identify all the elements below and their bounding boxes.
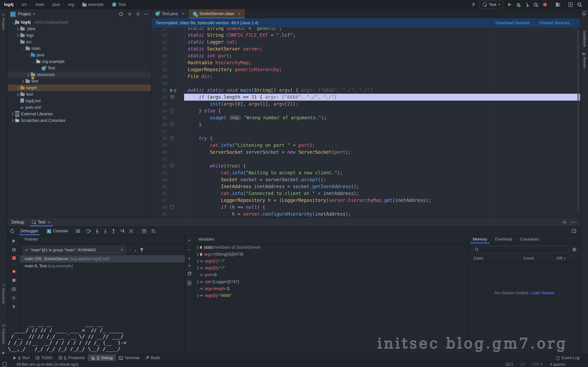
run-button[interactable] <box>507 2 512 7</box>
tab-console[interactable]: Console <box>44 227 71 235</box>
stop-icon[interactable] <box>12 256 16 260</box>
tree-item-pom-xml[interactable]: mpom.xml <box>8 104 151 111</box>
code-line-38[interactable]: 38try { <box>151 135 580 142</box>
debug-session-tab[interactable]: Test ✕ <box>30 218 53 226</box>
breadcrumb-item[interactable]: main <box>35 2 44 7</box>
editor-tab[interactable]: CSocketServer.class✕ <box>189 9 245 18</box>
tool-stripe-favorites[interactable]: 2: Favorites <box>2 324 6 344</box>
settings-gear-icon[interactable] <box>11 296 16 300</box>
tree-item-external-libraries[interactable]: ❯External Libraries <box>8 111 151 117</box>
move-up-icon[interactable]: ▲ <box>188 257 191 260</box>
line-ending[interactable]: LF <box>520 362 525 366</box>
toolwindow-button-todo[interactable]: TODO <box>33 354 55 361</box>
pause-icon[interactable] <box>12 248 16 252</box>
breadcrumb-item[interactable]: example <box>82 2 104 7</box>
tree-item-log4j-iml[interactable]: log4j.iml <box>8 98 151 104</box>
toolwindow-button-build[interactable]: Build <box>142 354 163 361</box>
tab-debugger[interactable]: Debugger <box>17 227 42 235</box>
code-line-34[interactable]: 34} else { <box>151 108 580 114</box>
variable-row[interactable]: ∞argv.length = 3 <box>194 285 468 292</box>
memory-tab-overhead[interactable]: Overhead <box>491 235 516 243</box>
code-line-44[interactable]: 44Socket socket = serverSocket.accept(); <box>151 176 580 183</box>
code-line-48[interactable]: 48if (h == null) { <box>151 204 580 211</box>
tool-stripe-maven[interactable]: Maven <box>583 57 587 68</box>
layout-windows-icon[interactable] <box>555 2 561 7</box>
run-to-cursor-icon[interactable] <box>129 229 133 233</box>
locate-file-icon[interactable] <box>119 12 123 17</box>
stack-frame[interactable]: main:9, Test (org.example) <box>20 262 185 270</box>
code-line-23[interactable]: 23static String CONFIG_FILE_EXT = ".lcf"… <box>151 32 580 39</box>
notifications-bell-icon[interactable] <box>582 11 586 15</box>
code-line-24[interactable]: 24static Logger cat; <box>151 39 580 46</box>
code-line-26[interactable]: 26static int port; <box>151 52 580 59</box>
restore-layout-icon[interactable] <box>571 229 576 233</box>
close-icon[interactable]: ✕ <box>181 11 185 16</box>
code-line-47[interactable]: 47LoggerRepository h = (LoggerRepository… <box>151 197 580 204</box>
code-line-30[interactable]: 30 <box>151 80 580 87</box>
build-hammer-icon[interactable] <box>471 2 476 7</box>
run-anything-icon[interactable] <box>568 2 573 7</box>
code-line-22[interactable]: 22static String GENERIC = "generic"; <box>151 27 580 32</box>
code-line-31[interactable]: 31@public static void main(String[] argv… <box>151 87 580 94</box>
choose-sources-link[interactable]: Choose Sources... <box>539 21 573 25</box>
variable-row[interactable]: ❯sstatic members of SocketServer <box>194 244 468 251</box>
variable-row[interactable]: ❯∞argv[2] = "./" <box>194 264 468 271</box>
memory-search-input[interactable] <box>472 246 569 253</box>
search-icon[interactable] <box>577 2 582 7</box>
memory-snapshot-icon[interactable] <box>11 287 16 291</box>
code-line-28[interactable]: 28LoggerRepository genericHierarchy; <box>151 66 580 73</box>
code-line-35[interactable]: 35usage( msg: "Wrong number of arguments… <box>151 114 580 121</box>
frame-up-icon[interactable]: ↑ <box>129 248 131 252</box>
tree-item-java[interactable]: ⌄java <box>8 52 151 58</box>
thread-selector[interactable]: ✔ "main"@1 in group "main": RUNNING ▼ <box>23 246 126 254</box>
move-down-icon[interactable]: ▼ <box>188 264 191 267</box>
add-watch-icon[interactable]: + <box>188 238 191 243</box>
hide-panel-icon[interactable]: — <box>571 220 576 225</box>
toolwindow-button-terminal[interactable]: Terminal <box>116 354 142 361</box>
indent-setting[interactable]: 4 spaces <box>550 362 565 366</box>
close-icon[interactable]: ✕ <box>237 11 241 16</box>
breadcrumb-item[interactable]: CTest <box>112 2 126 7</box>
tool-stripe-database[interactable]: Database <box>583 31 587 47</box>
tree-item-scratches-and-consoles[interactable]: ❯Scratches and Consoles <box>8 117 151 124</box>
breadcrumb-item[interactable]: src <box>22 2 27 7</box>
attach-profiler-button[interactable] <box>525 2 530 7</box>
evaluate-expression-icon[interactable] <box>142 229 146 233</box>
step-out-icon[interactable] <box>112 229 115 233</box>
layout-options-icon[interactable] <box>76 229 80 233</box>
code-line-25[interactable]: 25static SocketServer server; <box>151 46 580 52</box>
code-line-29[interactable]: 29File dir; <box>151 73 580 80</box>
tree-item-org-example[interactable]: ⌄org.example <box>8 58 151 65</box>
code-line-42[interactable]: 42while(true) { <box>151 163 580 169</box>
stop-button[interactable] <box>542 2 548 7</box>
show-watches-icon[interactable]: ∞ <box>187 280 192 286</box>
tree-item-test[interactable]: ❯test <box>8 91 151 98</box>
code-line-46[interactable]: 46cat.info("Connected to client at " + i… <box>151 190 580 197</box>
memory-tab-coroutines[interactable]: Coroutines <box>516 235 543 243</box>
tree-item-test[interactable]: CTest <box>8 65 151 71</box>
rerun-icon[interactable] <box>10 229 15 234</box>
download-sources-link[interactable]: Download Sources <box>495 21 530 25</box>
toolwindow-button-4-run[interactable]: 4: Run <box>10 354 33 361</box>
settings-gear-icon[interactable] <box>562 220 567 225</box>
variable-row[interactable]: ❯∞argv[1] = "./" <box>194 258 468 264</box>
tree-item-target[interactable]: ❯target <box>8 84 151 91</box>
collapse-all-icon[interactable] <box>127 12 132 17</box>
chevron-down-icon[interactable]: ▼ <box>33 12 36 16</box>
step-over-icon[interactable] <box>86 229 91 233</box>
breadcrumb[interactable]: log4j〉src〉main〉java〉org〉example〉CTest <box>0 2 126 7</box>
breadcrumb-item[interactable]: log4j <box>4 2 13 7</box>
settings-gear-icon[interactable] <box>136 12 140 17</box>
code-line-43[interactable]: 43cat.info("Waiting to accept a new clie… <box>151 169 580 176</box>
column-class[interactable]: Class <box>469 256 520 260</box>
variable-row[interactable]: ❯∞cat = {Logger@747} <box>194 278 468 285</box>
resume-icon[interactable] <box>12 239 16 243</box>
tree-item--idea[interactable]: ❯.idea <box>8 25 151 32</box>
mute-breakpoints-icon[interactable] <box>12 278 16 283</box>
profile-button[interactable] <box>534 2 539 7</box>
tree-item-logs[interactable]: ❯logs <box>8 32 151 39</box>
editor-scrollbar[interactable] <box>577 30 579 211</box>
code-line-39[interactable]: 39cat.info("Listening on port " + port); <box>151 142 580 149</box>
editor-tab[interactable]: CTest.java✕ <box>151 9 189 18</box>
toolwindow-button-6-problems[interactable]: 6: Problems <box>55 354 88 361</box>
